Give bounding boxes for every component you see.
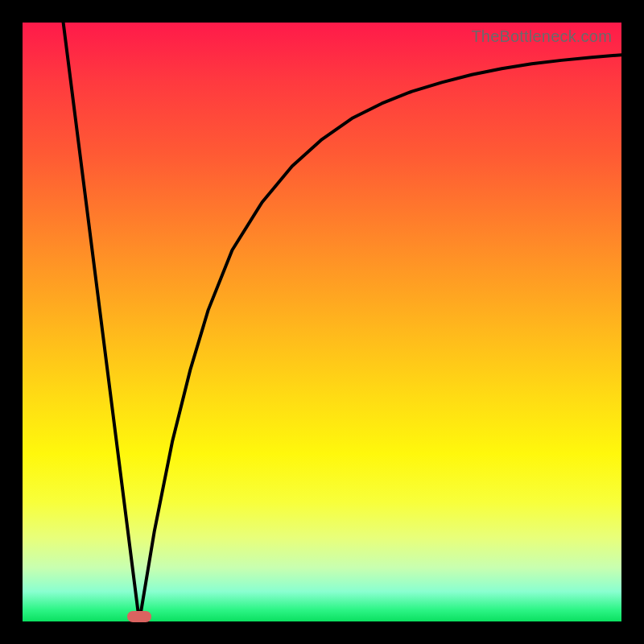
chart-frame: TheBottleneck.com <box>0 0 644 644</box>
min-marker <box>127 611 151 622</box>
plot-area: TheBottleneck.com <box>23 23 621 621</box>
curve-path <box>64 23 621 621</box>
curve-layer <box>23 23 621 621</box>
